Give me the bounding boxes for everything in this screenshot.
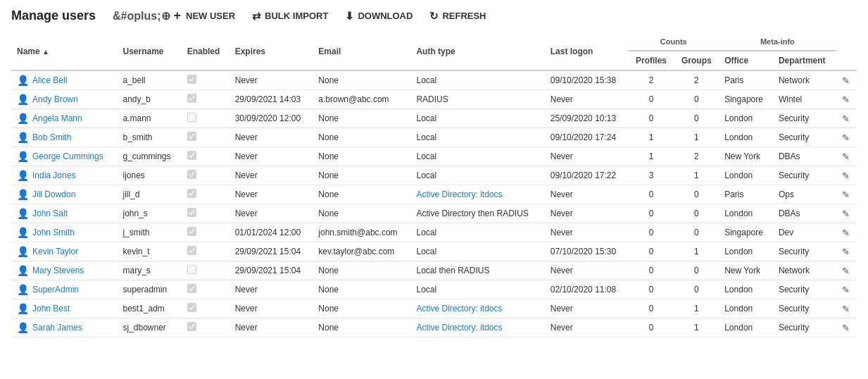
cell-profiles: 2	[628, 70, 674, 90]
col-counts-group: Counts	[628, 33, 719, 51]
cell-last-logon: Never	[545, 147, 629, 166]
cell-username: john_s	[117, 204, 181, 223]
user-name-link[interactable]: John Smith	[32, 228, 75, 237]
enabled-checkbox[interactable]	[187, 303, 196, 312]
auth-type-link[interactable]: Active Directory: itdocs	[416, 304, 502, 313]
table-row: 👤 Angela Mann a.mann30/09/2020 12:00None…	[11, 109, 857, 128]
enabled-checkbox[interactable]	[187, 151, 196, 160]
user-name-link[interactable]: John Salt	[32, 209, 68, 218]
edit-icon[interactable]: ✎	[842, 170, 850, 181]
user-name-link[interactable]: Mary Stevens	[32, 266, 84, 275]
cell-department: Security	[773, 128, 836, 147]
user-name-link[interactable]: India Jones	[32, 170, 75, 180]
user-name-link[interactable]: Kevin Taylor	[32, 247, 78, 256]
refresh-button[interactable]: ↻ REFRESH	[429, 10, 486, 23]
enabled-checkbox[interactable]	[187, 284, 196, 293]
enabled-checkbox[interactable]	[187, 265, 196, 274]
cell-groups: 1	[674, 242, 719, 261]
sort-arrow-icon: ▲	[42, 48, 49, 56]
page-title: Manage users	[11, 8, 96, 23]
user-name-link[interactable]: Sarah James	[32, 323, 82, 333]
enabled-checkbox[interactable]	[187, 322, 196, 331]
user-icon: 👤	[17, 284, 29, 295]
edit-icon[interactable]: ✎	[842, 190, 850, 200]
edit-icon[interactable]: ✎	[842, 247, 850, 257]
edit-icon[interactable]: ✎	[842, 75, 850, 86]
user-name-link[interactable]: George Cummings	[32, 151, 103, 161]
cell-department: Security	[773, 109, 836, 128]
cell-department: Security	[773, 280, 836, 299]
cell-edit: ✎	[836, 147, 857, 166]
table-row: 👤 John Smith j_smith01/01/2024 12:00john…	[11, 223, 857, 242]
edit-icon[interactable]: ✎	[842, 228, 850, 238]
cell-expires: Never	[229, 128, 313, 147]
cell-office: Singapore	[719, 223, 773, 242]
user-icon: 👤	[17, 75, 29, 86]
col-expires: Expires	[229, 33, 313, 70]
auth-type-link[interactable]: Active Directory: itdocs	[416, 323, 502, 333]
cell-last-logon: 25/09/2020 10:13	[545, 109, 629, 128]
col-name[interactable]: Name ▲	[11, 33, 117, 70]
cell-enabled	[182, 185, 229, 204]
enabled-checkbox[interactable]	[187, 208, 196, 217]
user-name-link[interactable]: Angela Mann	[32, 113, 82, 123]
enabled-checkbox[interactable]	[187, 75, 196, 84]
auth-type-link[interactable]: Active Directory: itdocs	[416, 190, 502, 199]
cell-edit: ✎	[836, 280, 857, 299]
cell-profiles: 0	[628, 204, 674, 223]
refresh-label: REFRESH	[442, 11, 486, 21]
edit-icon[interactable]: ✎	[842, 266, 850, 276]
cell-auth-type: Active Directory: itdocs	[410, 299, 544, 318]
enabled-checkbox[interactable]	[187, 94, 196, 103]
user-name-link[interactable]: Bob Smith	[32, 132, 71, 142]
cell-name: 👤 Alice Bell	[11, 70, 117, 90]
bulk-import-button[interactable]: ⇄ BULK IMPORT	[252, 10, 328, 23]
cell-edit: ✎	[836, 90, 857, 109]
enabled-checkbox[interactable]	[187, 246, 196, 255]
edit-icon[interactable]: ✎	[842, 113, 850, 124]
edit-icon[interactable]: ✎	[842, 209, 850, 219]
cell-enabled	[182, 166, 229, 185]
cell-profiles: 3	[628, 166, 674, 185]
cell-profiles: 0	[628, 185, 674, 204]
enabled-checkbox[interactable]	[187, 170, 196, 179]
edit-icon[interactable]: ✎	[842, 304, 850, 314]
user-name-link[interactable]: SuperAdmin	[32, 285, 79, 294]
download-icon: ⬇	[345, 10, 354, 23]
edit-icon[interactable]: ✎	[842, 285, 850, 295]
col-edit	[836, 33, 857, 70]
cell-name: 👤 Sarah James	[11, 318, 117, 337]
enabled-checkbox[interactable]	[187, 132, 196, 141]
user-name-link[interactable]: Andy Brown	[32, 94, 78, 104]
cell-groups: 1	[674, 128, 719, 147]
cell-profiles: 0	[628, 280, 674, 299]
user-name-link[interactable]: Jill Dowdon	[32, 190, 75, 199]
cell-groups: 2	[674, 70, 719, 90]
cell-email: None	[313, 299, 410, 318]
cell-expires: 29/09/2021 15:04	[229, 242, 313, 261]
cell-last-logon: 09/10/2020 17:22	[545, 166, 629, 185]
download-label: DOWNLOAD	[358, 11, 413, 21]
enabled-checkbox[interactable]	[187, 227, 196, 236]
enabled-checkbox[interactable]	[187, 189, 196, 198]
cell-office: London	[719, 242, 773, 261]
cell-groups: 1	[674, 318, 719, 337]
cell-office: London	[719, 128, 773, 147]
edit-icon[interactable]: ✎	[842, 132, 850, 143]
enabled-checkbox[interactable]	[187, 113, 196, 122]
edit-icon[interactable]: ✎	[842, 94, 850, 105]
cell-edit: ✎	[836, 318, 857, 337]
bulk-import-icon: ⇄	[252, 10, 261, 23]
cell-email: None	[313, 318, 410, 337]
user-name-link[interactable]: John Best	[32, 304, 70, 313]
cell-last-logon: Never	[545, 318, 629, 337]
cell-groups: 0	[674, 109, 719, 128]
edit-icon[interactable]: ✎	[842, 151, 850, 162]
new-user-button[interactable]: &#oplus;⊕ + NEW USER	[113, 8, 235, 23]
cell-profiles: 0	[628, 109, 674, 128]
download-button[interactable]: ⬇ DOWNLOAD	[345, 10, 413, 23]
user-name-link[interactable]: Alice Bell	[32, 75, 67, 85]
cell-email: None	[313, 147, 410, 166]
edit-icon[interactable]: ✎	[842, 323, 850, 333]
cell-name: 👤 SuperAdmin	[11, 280, 117, 299]
